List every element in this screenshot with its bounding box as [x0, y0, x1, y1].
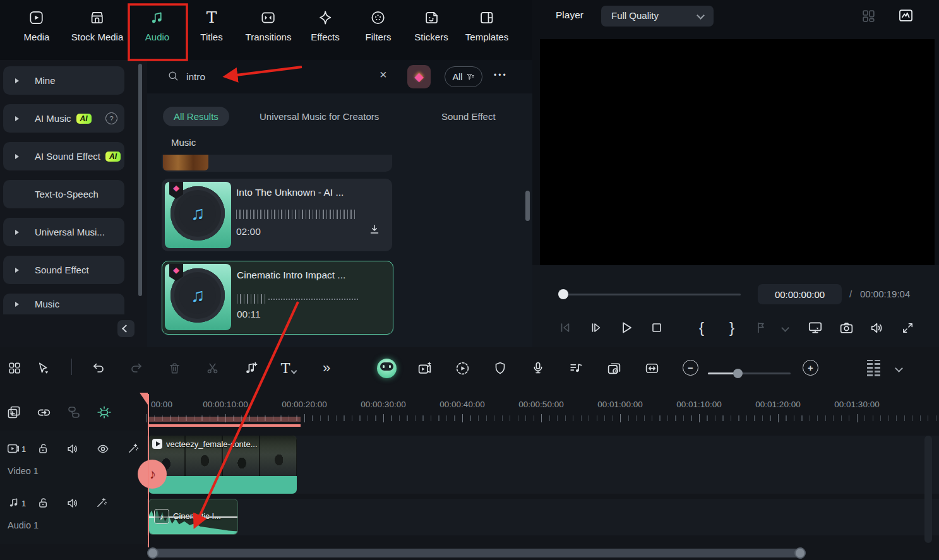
current-timecode[interactable]: 00:00:00:00 — [758, 284, 842, 304]
audio-ai-tool-icon[interactable] — [239, 357, 261, 379]
tab-all-results[interactable]: All Results — [163, 107, 229, 126]
stop-button[interactable] — [647, 318, 666, 337]
quality-dropdown[interactable]: Full Quality — [601, 6, 714, 27]
track-manager-chevron-icon[interactable] — [888, 357, 909, 379]
expand-chevron-icon[interactable] — [15, 78, 19, 83]
expand-chevron-icon[interactable] — [15, 268, 19, 273]
nav-effects[interactable]: Effects — [311, 9, 340, 42]
sidebar-item-universal-music[interactable]: Universal Musi... — [3, 218, 124, 246]
media-grid-icon[interactable] — [4, 357, 25, 379]
timeline-zoom-slider[interactable] — [708, 372, 791, 374]
record-voiceover-icon[interactable] — [527, 357, 549, 379]
beat-marker-badge[interactable]: ♪ — [138, 460, 167, 489]
timeline-vertical-scrollbar[interactable] — [924, 436, 932, 543]
expand-chevron-icon[interactable] — [15, 230, 19, 235]
seek-bar[interactable] — [563, 294, 741, 295]
mark-in-button[interactable]: { — [692, 318, 711, 337]
audio-clip[interactable]: ♪ Cinematic I... — [148, 499, 238, 535]
playhead-line[interactable] — [148, 394, 150, 547]
fullscreen-button[interactable] — [898, 318, 917, 337]
sidebar-item-sound-effect[interactable]: Sound Effect — [3, 256, 124, 284]
undo-icon[interactable] — [88, 357, 109, 379]
download-icon[interactable] — [368, 223, 381, 237]
track-wand-icon[interactable] — [126, 442, 140, 455]
timeline-horizontal-scrollbar[interactable] — [148, 549, 802, 557]
redo-icon[interactable] — [126, 357, 147, 379]
nav-filters[interactable]: Filters — [366, 9, 392, 42]
zoom-in-button[interactable]: + — [803, 360, 818, 376]
marker-chevron-icon[interactable] — [775, 318, 794, 337]
zoom-slider-handle[interactable] — [733, 369, 743, 378]
clip-preview-icon[interactable] — [603, 357, 625, 379]
track-wand-icon[interactable] — [95, 496, 108, 509]
play-button[interactable] — [617, 318, 636, 337]
text-tool-icon[interactable]: T — [278, 357, 299, 379]
unlink-stack-icon[interactable] — [64, 403, 83, 422]
scopes-icon[interactable] — [897, 7, 914, 24]
expand-chevron-icon[interactable] — [15, 154, 19, 159]
sidebar-scrollbar[interactable] — [138, 64, 142, 296]
seek-handle[interactable] — [558, 289, 568, 299]
expand-chevron-icon[interactable] — [15, 116, 19, 121]
nav-audio[interactable]: Audio — [145, 9, 169, 42]
speed-playback-icon[interactable] — [452, 357, 473, 379]
nav-titles[interactable]: T Titles — [200, 9, 222, 42]
filter-all-button[interactable]: All — [445, 66, 482, 87]
delete-icon[interactable] — [164, 357, 185, 379]
video-clip[interactable]: vecteezy_female-conte... ♪ — [148, 436, 297, 494]
video-preview[interactable] — [540, 39, 935, 265]
playhead-flag[interactable] — [140, 393, 148, 405]
mark-out-button[interactable]: } — [722, 318, 741, 337]
sidebar-item-music[interactable]: Music — [3, 294, 124, 314]
snap-magnet-icon[interactable] — [95, 403, 114, 422]
nav-transitions[interactable]: Transitions — [246, 9, 292, 42]
nav-stickers[interactable]: Stickers — [414, 9, 448, 42]
add-placeholder-icon[interactable] — [4, 403, 23, 422]
audio-mixer-icon[interactable] — [565, 357, 587, 379]
marker-button[interactable] — [751, 318, 770, 337]
ai-copilot-icon[interactable] — [376, 357, 397, 379]
audio-track-lane[interactable] — [147, 499, 939, 535]
help-icon[interactable]: ? — [105, 112, 117, 124]
zoom-out-button[interactable]: − — [683, 360, 698, 376]
sidebar-collapse-button[interactable] — [117, 320, 135, 337]
next-frame-button[interactable] — [587, 318, 606, 337]
music-item-partial[interactable] — [162, 155, 392, 172]
search-input[interactable] — [185, 68, 358, 86]
mute-track-icon[interactable] — [66, 496, 80, 510]
volume-button[interactable] — [867, 318, 886, 337]
split-scissors-icon[interactable] — [201, 357, 223, 379]
tab-sound-effect[interactable]: Sound Effect — [441, 111, 496, 122]
sidebar-item-ai-sound-effect[interactable]: AI Sound Effect AI — [3, 142, 124, 170]
more-options-icon[interactable]: ••• — [494, 71, 508, 80]
link-clips-icon[interactable] — [34, 403, 53, 422]
sidebar-item-text-to-speech[interactable]: Text-to-Speech — [3, 180, 124, 208]
lock-icon[interactable] — [37, 496, 50, 509]
mute-track-icon[interactable] — [66, 442, 80, 456]
select-tool-icon[interactable] — [32, 357, 54, 379]
ai-clip-icon[interactable] — [414, 357, 435, 379]
lock-icon[interactable] — [37, 442, 50, 455]
nav-templates[interactable]: Templates — [465, 9, 508, 42]
music-item-into-the-unknown[interactable]: ♫ ◆ Into The Unknown - AI ... 02:00 — [162, 179, 392, 251]
music-item-cinematic-intro-impact[interactable]: ♫ ◆ Cinematic Intro Impact ... 00:11 — [162, 261, 393, 335]
scrollbar-left-handle[interactable] — [147, 547, 158, 559]
results-scrollbar[interactable] — [525, 191, 530, 221]
premium-gem-button[interactable]: ◆ — [407, 65, 431, 88]
scrollbar-right-handle[interactable] — [794, 547, 806, 559]
nav-media[interactable]: Media — [24, 9, 50, 42]
mask-shield-icon[interactable] — [489, 357, 511, 379]
nav-stock-media[interactable]: Stock Media — [71, 9, 124, 42]
more-tools-icon[interactable]: » — [316, 357, 337, 379]
render-preview-button[interactable] — [806, 318, 825, 337]
sidebar-item-mine[interactable]: Mine — [3, 66, 124, 95]
clear-search-icon[interactable]: × — [380, 68, 387, 82]
track-manager-icon[interactable] — [863, 357, 884, 379]
expand-chevron-icon[interactable] — [15, 302, 19, 307]
tab-universal-music[interactable]: Universal Music for Creators — [260, 111, 379, 122]
previous-frame-button[interactable] — [556, 318, 575, 337]
sidebar-item-ai-music[interactable]: AI Music AI ? — [3, 104, 124, 133]
auto-ripple-icon[interactable] — [641, 357, 662, 379]
snapshot-camera-button[interactable] — [837, 318, 856, 337]
layout-grid-icon[interactable] — [861, 8, 876, 24]
